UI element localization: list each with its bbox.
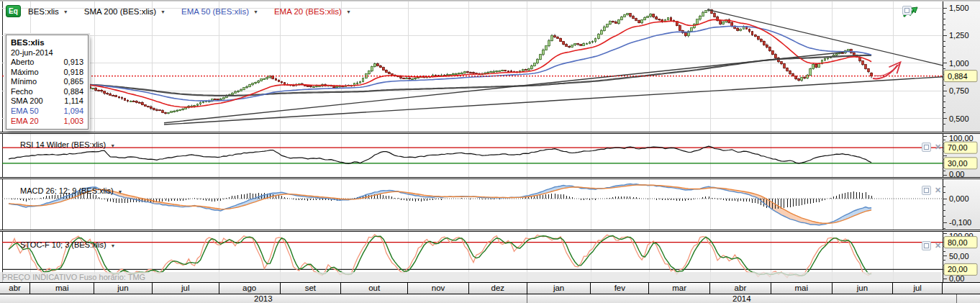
series-label: SMA 200 (BES:xlis) <box>84 7 156 16</box>
tooltip-row: Fecho0,884 <box>11 87 83 97</box>
series-label: BES:xlis <box>28 7 59 16</box>
month-cell-out-6: out <box>341 283 408 294</box>
tooltip-row-label: EMA 50 <box>11 107 39 117</box>
tooltip-row-value: 0,884 <box>63 87 83 97</box>
tooltip-row-label: SMA 200 <box>11 96 43 107</box>
restore-window-icon[interactable] <box>922 186 931 195</box>
year-cell-2013: 2013 <box>0 294 527 303</box>
macd-title-text: MACD 26; 12; 9 (BES:xlis) <box>20 186 114 195</box>
close-icon[interactable]: ✕ <box>935 143 941 151</box>
tooltip-row-value: 0,865 <box>63 77 83 87</box>
macd-band <box>9 184 871 225</box>
series-selector-besxlis[interactable]: BES:xlis▼ <box>28 7 68 16</box>
tooltip-row: EMA 501,094 <box>11 107 83 117</box>
tooltip-row: Mínimo0,865 <box>11 77 83 87</box>
macd-signal-line <box>9 185 871 223</box>
series-selector-ema[interactable]: EMA 50 (BES:xlis)▼ <box>181 7 258 16</box>
year-axis: 20132014 <box>0 294 980 303</box>
month-axis: abrmaijunjulagosetoutnovdezjanfevmarabrm… <box>0 282 980 294</box>
series-selector-ema[interactable]: EMA 20 (BES:xlis)▼ <box>274 7 351 16</box>
stoc-k-line <box>9 235 871 278</box>
month-cell-abr-0: abr <box>0 283 30 294</box>
month-cell-jul-3: jul <box>153 283 219 294</box>
svg-text:80,00: 80,00 <box>948 238 968 247</box>
rsi-panel: 100,000,0070,0030,00 RSI 14 Wilder (BES:… <box>0 134 980 177</box>
chevron-down-icon[interactable]: ▼ <box>118 189 123 194</box>
axis-label: 1,500 <box>949 4 969 12</box>
chart-toolbar: Eq BES:xlis▼SMA 200 (BES:xlis)▼EMA 50 (B… <box>6 5 351 17</box>
axis-label: 0,750 <box>949 86 969 95</box>
tooltip-row-value: 0,918 <box>63 68 83 78</box>
series-label: EMA 20 (BES:xlis) <box>274 7 342 16</box>
axis-label: 1,250 <box>949 31 969 40</box>
stochastic-title-text: STOC-F 10; 3 (BES:xlis) <box>20 240 106 249</box>
tooltip-row-label: Aberto <box>11 58 34 68</box>
trendline[interactable] <box>164 52 844 122</box>
month-cell-ago-4: ago <box>219 283 281 294</box>
tooltip-row: Aberto0,913 <box>11 58 83 68</box>
tooltip-row-value: 1,114 <box>64 96 83 107</box>
macd-panel-controls: ✕ <box>922 186 941 195</box>
macd-panel: 0,000-0,100 MACD 26; 12; 9 (BES:xlis) ▼ … <box>0 179 980 230</box>
data-tooltip: BES:xlis 20-jun-2014 Aberto0,913Máximo0,… <box>6 35 89 130</box>
tooltip-symbol: BES:xlis <box>11 37 83 48</box>
price-panel: 1,5001,2501,0000,7500,5000,884 Eq BES:xl… <box>0 1 980 132</box>
close-icon[interactable]: ✕ <box>935 186 941 194</box>
tooltip-row-label: Mínimo <box>11 77 37 87</box>
rsi-panel-controls: ✕ <box>922 143 941 152</box>
tooltip-row-label: Máximo <box>11 68 39 78</box>
tooltip-row-value: 0,913 <box>63 58 83 68</box>
tooltip-row: Máximo0,918 <box>11 68 83 78</box>
chevron-down-icon[interactable]: ▼ <box>110 143 115 148</box>
candlestick-series <box>8 9 873 114</box>
month-cell-mar-11: mar <box>649 283 710 294</box>
tooltip-row-value: 1,003 <box>63 117 83 127</box>
close-icon[interactable]: ✕ <box>935 242 941 250</box>
price-chart: 1,5001,2501,0000,7500,5000,884 <box>0 1 980 132</box>
restore-window-icon[interactable] <box>922 241 931 250</box>
month-cell-dez-8: dez <box>469 283 527 294</box>
macd-indicator-label[interactable]: MACD 26; 12; 9 (BES:xlis) ▼ <box>20 186 123 195</box>
rsi-indicator-label[interactable]: RSI 14 Wilder (BES:xlis) ▼ <box>20 140 115 149</box>
stochastic-panel-controls: ✕ <box>922 241 941 250</box>
svg-text:30,00: 30,00 <box>948 159 968 168</box>
stochastic-indicator-label[interactable]: STOC-F 10; 3 (BES:xlis) ▼ <box>20 240 116 249</box>
price-panel-controls <box>902 6 912 15</box>
chevron-down-icon[interactable]: ▼ <box>63 9 68 14</box>
chevron-down-icon[interactable]: ▼ <box>253 9 258 14</box>
rsi-title-text: RSI 14 Wilder (BES:xlis) <box>20 140 106 149</box>
month-cell-mai-1: mai <box>30 283 94 294</box>
svg-text:0,884: 0,884 <box>948 72 968 81</box>
restore-window-icon[interactable] <box>922 143 931 152</box>
restore-window-icon[interactable] <box>902 6 912 15</box>
chevron-down-icon[interactable]: ▼ <box>111 243 116 248</box>
timezone-text: Fuso horário: TMG <box>79 273 145 281</box>
month-cell-set-5: set <box>281 283 342 294</box>
watermark-text: PREÇO INDICATIVO <box>2 273 77 281</box>
chevron-down-icon[interactable]: ▼ <box>346 9 351 14</box>
month-cell-nov-7: nov <box>408 283 469 294</box>
axis-label: -0,100 <box>949 218 971 227</box>
rsi-line <box>9 146 871 163</box>
month-cell-jul-15: jul <box>893 283 943 294</box>
rsi-chart: 100,000,0070,0030,00 <box>0 134 980 177</box>
month-cell-jun-14: jun <box>832 283 894 294</box>
charting-application: 1,5001,2501,0000,7500,5000,884 Eq BES:xl… <box>0 0 980 303</box>
equity-icon: Eq <box>6 5 21 17</box>
indicative-price-watermark: PREÇO INDICATIVO Fuso horário: TMG <box>0 272 941 282</box>
month-cell-jan-9: jan <box>527 283 591 294</box>
macd-line <box>9 184 871 225</box>
chevron-down-icon[interactable]: ▼ <box>160 9 165 14</box>
breakout-arrow-annotation[interactable] <box>873 62 900 78</box>
tooltip-row: SMA 2001,114 <box>11 96 83 107</box>
tooltip-row-value: 1,094 <box>63 107 83 117</box>
axis-label: 0,00 <box>949 170 964 177</box>
series-selector-sma[interactable]: SMA 200 (BES:xlis)▼ <box>84 7 165 16</box>
axis-label: 100,00 <box>949 134 974 143</box>
month-cell-abr-12: abr <box>710 283 771 294</box>
svg-text:70,00: 70,00 <box>948 143 968 152</box>
month-cell-fev-10: fev <box>591 283 649 294</box>
axis-label: 50,00 <box>949 252 969 261</box>
macd-chart: 0,000-0,100 <box>0 179 980 230</box>
axis-label: 0,500 <box>949 114 969 123</box>
